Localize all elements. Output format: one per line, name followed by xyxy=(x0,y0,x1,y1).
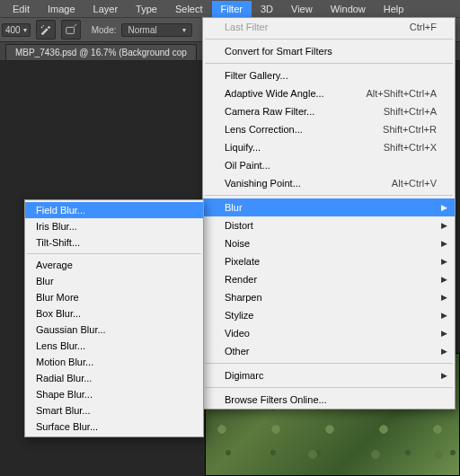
separator xyxy=(205,387,453,388)
submenu-item-lens-blur[interactable]: Lens Blur... xyxy=(25,338,203,354)
submenu-arrow-icon: ▶ xyxy=(441,293,447,302)
submenu-arrow-icon: ▶ xyxy=(441,329,447,338)
submenu-item-blur-more[interactable]: Blur More xyxy=(25,289,203,305)
menu-item-distort[interactable]: Distort▶ xyxy=(203,216,455,234)
separator xyxy=(205,195,453,196)
submenu-item-shape-blur[interactable]: Shape Blur... xyxy=(25,386,203,402)
menu-item-label: Camera Raw Filter... xyxy=(225,106,384,117)
separator xyxy=(205,63,453,64)
menu-item-label: Last Filter xyxy=(225,22,410,32)
svg-point-0 xyxy=(40,27,42,29)
submenu-arrow-icon: ▶ xyxy=(441,257,447,266)
menu-image[interactable]: Image xyxy=(39,1,84,17)
submenu-arrow-icon: ▶ xyxy=(441,311,447,320)
menu-item-last-filter: Last FilterCtrl+F xyxy=(203,18,455,36)
menu-item-video[interactable]: Video▶ xyxy=(203,324,455,342)
menu-item-label: Blur xyxy=(225,202,437,213)
submenu-item-box-blur[interactable]: Box Blur... xyxy=(25,305,203,322)
menu-edit[interactable]: Edit xyxy=(4,1,39,17)
blend-mode-select[interactable]: Normal ▾ xyxy=(121,23,191,37)
menu-item-lens-correction[interactable]: Lens Correction...Shift+Ctrl+R xyxy=(203,120,455,138)
menu-help[interactable]: Help xyxy=(375,1,413,17)
submenu-item-radial-blur[interactable]: Radial Blur... xyxy=(25,370,203,386)
menu-item-blur[interactable]: Blur▶ xyxy=(203,198,455,216)
submenu-item-average[interactable]: Average xyxy=(25,257,203,273)
menu-view[interactable]: View xyxy=(282,1,322,17)
menu-item-label: Browse Filters Online... xyxy=(225,394,437,405)
menu-item-render[interactable]: Render▶ xyxy=(203,270,455,288)
svg-rect-2 xyxy=(66,27,74,33)
blend-mode-value: Normal xyxy=(128,25,156,35)
menu-item-label: Other xyxy=(225,346,437,357)
menu-item-shortcut: Shift+Ctrl+X xyxy=(384,142,437,153)
mode-label: Mode: xyxy=(92,25,117,35)
menu-3d[interactable]: 3D xyxy=(252,1,282,17)
menu-item-label: Lens Correction... xyxy=(225,124,383,135)
menu-select[interactable]: Select xyxy=(166,1,212,17)
menu-item-label: Convert for Smart Filters xyxy=(225,46,437,57)
menu-item-sharpen[interactable]: Sharpen▶ xyxy=(203,288,455,306)
submenu-item-blur[interactable]: Blur xyxy=(25,273,203,289)
tablet-pressure-icon[interactable] xyxy=(61,20,81,40)
menu-item-label: Vanishing Point... xyxy=(225,178,392,189)
menu-item-shortcut: Ctrl+F xyxy=(410,22,437,32)
submenu-item-gaussian-blur[interactable]: Gaussian Blur... xyxy=(25,322,203,338)
separator xyxy=(205,363,453,364)
menu-item-label: Noise xyxy=(225,238,437,249)
menu-item-noise[interactable]: Noise▶ xyxy=(203,234,455,252)
submenu-item-smart-blur[interactable]: Smart Blur... xyxy=(25,402,203,419)
menu-item-shortcut: Alt+Shift+Ctrl+A xyxy=(366,88,437,99)
submenu-arrow-icon: ▶ xyxy=(441,203,447,212)
airbrush-icon[interactable] xyxy=(36,20,56,40)
menu-item-adaptive-wide-angle[interactable]: Adaptive Wide Angle...Alt+Shift+Ctrl+A xyxy=(203,84,455,102)
menu-type[interactable]: Type xyxy=(127,1,166,17)
submenu-item-tilt-shift[interactable]: Tilt-Shift... xyxy=(25,234,203,251)
menu-window[interactable]: Window xyxy=(322,1,375,17)
menu-item-label: Render xyxy=(225,274,437,285)
menu-item-label: Video xyxy=(225,328,437,339)
menu-item-browse-filters-online[interactable]: Browse Filters Online... xyxy=(203,391,455,409)
menu-item-other[interactable]: Other▶ xyxy=(203,342,455,360)
blur-submenu: Field Blur...Iris Blur...Tilt-Shift...Av… xyxy=(24,199,204,437)
menu-item-liquify[interactable]: Liquify...Shift+Ctrl+X xyxy=(203,138,455,156)
menu-item-oil-paint[interactable]: Oil Paint... xyxy=(203,156,455,174)
menu-item-label: Digimarc xyxy=(225,370,437,381)
menu-item-label: Distort xyxy=(225,220,437,231)
menu-item-shortcut: Shift+Ctrl+A xyxy=(384,106,437,117)
submenu-arrow-icon: ▶ xyxy=(441,371,447,380)
iso-field[interactable]: 400 ▾ xyxy=(2,23,31,37)
menu-item-label: Adaptive Wide Angle... xyxy=(225,88,366,99)
submenu-arrow-icon: ▶ xyxy=(441,347,447,356)
menu-item-label: Pixelate xyxy=(225,256,437,267)
menu-filter[interactable]: Filter xyxy=(212,1,252,17)
menu-item-label: Stylize xyxy=(225,310,437,321)
menu-item-shortcut: Alt+Ctrl+V xyxy=(392,178,437,189)
menu-item-filter-gallery[interactable]: Filter Gallery... xyxy=(203,66,455,84)
submenu-item-field-blur[interactable]: Field Blur... xyxy=(25,202,203,218)
iso-value: 400 xyxy=(5,25,21,35)
submenu-arrow-icon: ▶ xyxy=(441,275,447,284)
menu-item-vanishing-point[interactable]: Vanishing Point...Alt+Ctrl+V xyxy=(203,174,455,192)
document-tab[interactable]: MBP_7436.psd @ 16.7% (Background cop xyxy=(5,44,197,60)
filter-menu-dropdown: Last FilterCtrl+FConvert for Smart Filte… xyxy=(202,17,456,410)
submenu-arrow-icon: ▶ xyxy=(441,239,447,248)
menu-item-digimarc[interactable]: Digimarc▶ xyxy=(203,366,455,384)
menu-layer[interactable]: Layer xyxy=(84,1,128,17)
submenu-item-surface-blur[interactable]: Surface Blur... xyxy=(25,419,203,435)
menu-item-camera-raw-filter[interactable]: Camera Raw Filter...Shift+Ctrl+A xyxy=(203,102,455,120)
menu-item-label: Filter Gallery... xyxy=(225,70,437,81)
svg-point-1 xyxy=(42,25,43,26)
menu-item-label: Oil Paint... xyxy=(225,160,437,171)
menu-item-convert-for-smart-filters[interactable]: Convert for Smart Filters xyxy=(203,42,455,60)
submenu-item-motion-blur[interactable]: Motion Blur... xyxy=(25,354,203,370)
chevron-down-icon: ▾ xyxy=(23,26,27,34)
submenu-arrow-icon: ▶ xyxy=(441,221,447,230)
menu-item-pixelate[interactable]: Pixelate▶ xyxy=(203,252,455,270)
separator xyxy=(205,39,453,40)
menu-item-label: Liquify... xyxy=(225,142,384,153)
separator xyxy=(27,253,201,254)
chevron-down-icon: ▾ xyxy=(182,26,186,34)
submenu-item-iris-blur[interactable]: Iris Blur... xyxy=(25,218,203,234)
menu-item-shortcut: Shift+Ctrl+R xyxy=(383,124,437,135)
menu-item-stylize[interactable]: Stylize▶ xyxy=(203,306,455,324)
